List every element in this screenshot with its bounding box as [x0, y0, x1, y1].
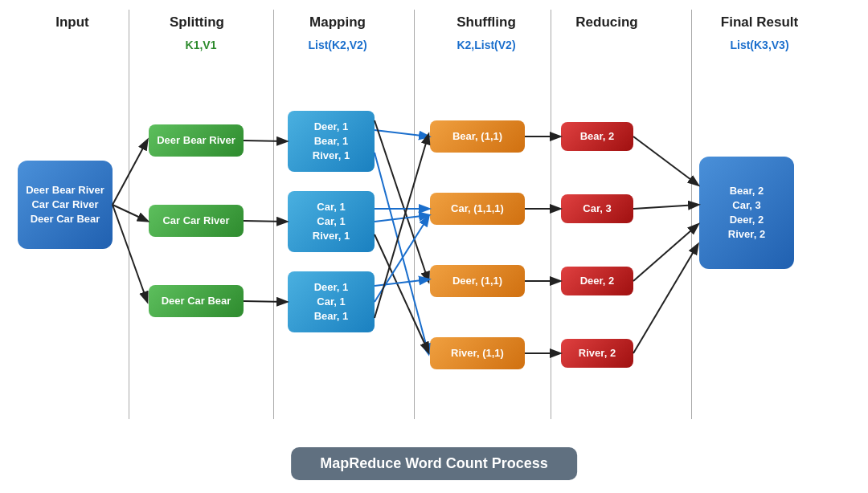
reduce-box-2: Car, 3	[561, 194, 633, 223]
svg-line-2	[113, 205, 147, 301]
svg-line-3	[244, 141, 286, 141]
split-box-3: Deer Car Bear	[149, 285, 244, 317]
sublabel-k1v1: K1,V1	[153, 39, 249, 51]
sublabel-listk3v3: List(K3,V3)	[699, 39, 820, 51]
split-box-1: Deer Bear River	[149, 124, 244, 157]
reduce-box-4: River, 2	[561, 339, 633, 368]
svg-line-13	[375, 217, 428, 302]
header-input: Input	[24, 14, 121, 31]
shuffle-box-3: Deer, (1,1)	[430, 265, 525, 297]
svg-line-7	[375, 153, 428, 353]
svg-line-22	[633, 245, 698, 353]
sublabel-listk2v2: List(K2,V2)	[289, 39, 386, 51]
svg-line-5	[244, 301, 286, 302]
svg-line-20	[633, 205, 698, 209]
header-reducing: Reducing	[563, 14, 651, 31]
reduce-box-1: Bear, 2	[561, 122, 633, 151]
svg-line-8	[375, 120, 428, 281]
bottom-label: MapReduce Word Count Process	[291, 447, 577, 480]
svg-line-4	[244, 221, 286, 222]
map-box-1: Deer, 1 Bear, 1 River, 1	[288, 111, 375, 172]
header-splitting: Splitting	[149, 14, 245, 31]
header-mapping: Mapping	[289, 14, 386, 31]
svg-line-19	[633, 136, 698, 185]
vline-3	[414, 10, 415, 419]
svg-line-1	[113, 205, 147, 221]
map-box-3: Deer, 1 Car, 1 Bear, 1	[288, 271, 375, 332]
svg-line-0	[113, 141, 147, 205]
vline-1	[129, 10, 129, 419]
reduce-box-3: Deer, 2	[561, 267, 633, 295]
svg-line-11	[375, 234, 428, 352]
final-box: Bear, 2 Car, 3 Deer, 2 River, 2	[699, 157, 794, 269]
vline-5	[691, 10, 692, 419]
svg-line-10	[375, 215, 428, 222]
shuffle-box-1: Bear, (1,1)	[430, 120, 525, 153]
svg-line-21	[633, 225, 698, 281]
shuffle-box-4: River, (1,1)	[430, 337, 525, 369]
shuffle-box-2: Car, (1,1,1)	[430, 193, 525, 225]
diagram: Input Splitting Mapping Shuffling Reduci…	[0, 0, 868, 450]
svg-line-6	[375, 130, 428, 136]
sublabel-k2listv2: K2,List(V2)	[430, 39, 542, 51]
split-box-2: Car Car River	[149, 205, 244, 237]
header-shuffling: Shuffling	[434, 14, 538, 31]
map-box-2: Car, 1 Car, 1 River, 1	[288, 191, 375, 252]
input-box: Deer Bear River Car Car River Deer Car B…	[18, 161, 113, 249]
vline-4	[551, 10, 551, 419]
vline-2	[273, 10, 274, 419]
svg-line-12	[375, 279, 428, 286]
svg-line-14	[375, 135, 428, 318]
header-final: Final Result	[699, 14, 820, 31]
